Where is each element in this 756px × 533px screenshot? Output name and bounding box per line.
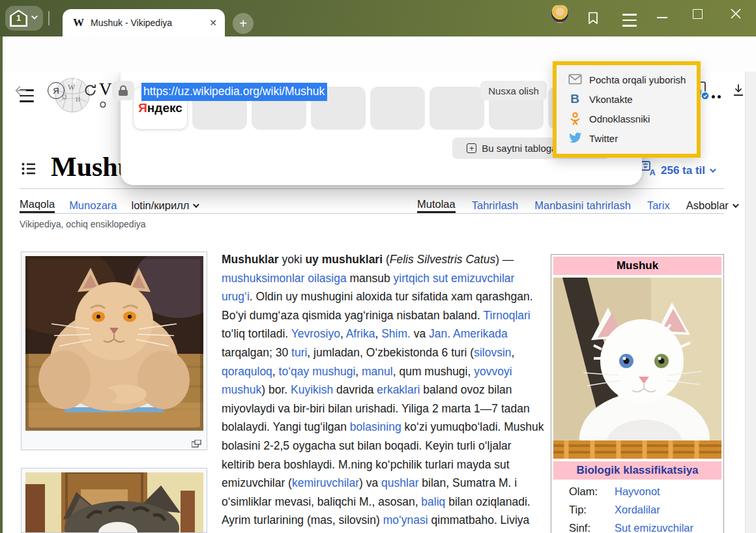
yandex-search-icon[interactable]: Я — [48, 82, 65, 99]
article-link[interactable]: Yevrosiyo — [291, 327, 340, 340]
infobox-row-value[interactable]: Xordalilar — [615, 504, 660, 516]
white-kitten-photo[interactable] — [553, 278, 721, 459]
tab-close-icon[interactable]: ✕ — [209, 18, 217, 28]
window-close-button[interactable] — [730, 8, 742, 22]
refresh-icon[interactable] — [83, 83, 98, 100]
article-text-segment: , qum mushugi, — [393, 365, 474, 378]
article-link[interactable]: bolasining — [350, 420, 401, 433]
tab-label: Maqola — [20, 198, 55, 210]
infobox-section-title: Biologik klassifikatsiya — [553, 461, 721, 480]
share-menu-item-vkontakte[interactable]: BVkontakte — [557, 89, 697, 109]
yandex-logo-ya: Я — [138, 101, 147, 115]
tab-tarix[interactable]: Tarix — [647, 197, 670, 213]
table-of-contents-icon[interactable] — [21, 161, 36, 179]
article-link[interactable]: Kuyikish — [291, 383, 333, 396]
infobox-row: Tip:Xordalilar — [553, 498, 721, 516]
browser-tab[interactable]: W Mushuk - Vikipediya ✕ — [63, 9, 225, 36]
copy-url-button[interactable]: Nusxa olish — [480, 81, 547, 100]
article-thumbnail-tabby[interactable] — [21, 468, 207, 533]
share-menu-item-pochta-orqali-yuborish[interactable]: Pochta orqali yuborish — [557, 70, 697, 89]
tab-mutolaa[interactable]: Mutolaa — [417, 197, 456, 213]
tab-title: Mushuk - Vikipediya — [91, 18, 203, 28]
back-icon[interactable] — [13, 83, 29, 101]
browser-menu-icon[interactable] — [622, 14, 637, 27]
wikipedia-wordmark: V — [99, 79, 112, 100]
new-tab-button[interactable]: + — [233, 13, 254, 34]
tab-asboblar[interactable]: Asboblar — [686, 197, 737, 213]
article-link[interactable]: qushlar — [381, 476, 418, 489]
language-selector-button[interactable]: A 256 ta til — [641, 161, 714, 180]
article-text-segment: , — [355, 365, 362, 378]
infobox-title: Mushuk — [553, 257, 721, 275]
infobox-rows: Olam:HayvonotTip:XordalilarSinf:Sut emiz… — [553, 480, 721, 533]
article-link[interactable]: manul — [362, 365, 393, 378]
article-thumbnail-cat[interactable] — [21, 252, 207, 450]
article-text-segment: ) bor. — [261, 383, 291, 396]
article-link[interactable]: turi — [291, 346, 307, 359]
language-icon: A — [641, 161, 656, 180]
article-link[interactable]: baliq — [421, 495, 445, 508]
article-link[interactable]: toʻqay mushugi — [279, 365, 356, 378]
article-text-segment: , — [340, 327, 346, 340]
tab-maqola[interactable]: Maqola — [20, 197, 55, 213]
share-menu-item-odnoklassniki[interactable]: Odnoklassniki — [557, 109, 697, 128]
divider — [20, 188, 724, 189]
article-link[interactable]: Afrika — [346, 327, 375, 340]
article-text-segment: , — [512, 346, 515, 359]
site-subtitle: Vikipediya, ochiq ensiklopediya — [20, 219, 146, 229]
article-link[interactable]: qoraquloq — [222, 365, 272, 378]
share-menu-item-label: Pochta orqali yuborish — [589, 74, 686, 85]
titlebar: 1 W Mushuk - Vikipediya ✕ + — [0, 0, 756, 36]
tab-munozara[interactable]: Munozara — [69, 197, 117, 213]
chevron-down-icon — [733, 201, 739, 208]
yandex-logo-rest: ндекс — [147, 101, 182, 115]
empty-tile[interactable] — [370, 87, 425, 130]
site-security-lock-icon[interactable] — [112, 81, 134, 100]
article-text-segment: Mushuklar — [222, 253, 279, 266]
language-icon-letter: A — [650, 167, 656, 177]
share-menu-item-label: Vkontakte — [589, 94, 633, 105]
article-link[interactable]: moʻynasi — [383, 513, 428, 526]
tab-counter-badge: 1 — [10, 10, 27, 27]
ok-icon — [568, 111, 582, 126]
tab-lotin-кирилл[interactable]: lotin/кирилл — [132, 197, 198, 213]
window-maximize-button[interactable] — [693, 9, 703, 19]
bookmarks-icon[interactable] — [586, 10, 600, 29]
infobox-row-value[interactable]: Hayvonot — [615, 485, 660, 498]
enlarge-icon[interactable] — [192, 439, 201, 446]
article-link[interactable]: kemiruvchilar — [292, 476, 359, 489]
empty-tile[interactable] — [429, 87, 484, 130]
vk-icon: B — [568, 92, 582, 106]
tab-tahrirlash[interactable]: Tahrirlash — [472, 197, 519, 213]
infobox-row-label: Olam: — [569, 485, 615, 498]
article-text-segment: ) — — [495, 253, 514, 266]
window-minimize-button[interactable] — [657, 17, 667, 18]
tab-manbasini-tahrirlash[interactable]: Manbasini tahrirlash — [534, 197, 631, 213]
article-text-segment: tarqalgan; 30 — [222, 346, 291, 359]
tab-counter-value: 1 — [12, 12, 26, 25]
tab-label: Tahrirlash — [472, 199, 519, 212]
article-link[interactable]: erkaklari — [377, 383, 420, 396]
address-bar-input[interactable]: https://uz.wikipedia.org/wiki/Mushuk — [141, 83, 327, 101]
article-text-segment: mansub — [347, 272, 394, 285]
page-scrollbar[interactable] — [745, 72, 756, 533]
article-link[interactable]: silovsin — [474, 346, 511, 359]
share-menu-item-twitter[interactable]: Twitter — [557, 128, 697, 148]
cream-cat-photo — [25, 256, 203, 431]
window-frame-edge — [0, 36, 3, 533]
article-text-segment: yoki — [279, 253, 306, 266]
infobox-row: Olam:Hayvonot — [553, 480, 721, 498]
wikipedia-favicon: W — [73, 16, 84, 29]
article-link[interactable]: Shim. — [381, 327, 411, 340]
profile-avatar[interactable] — [551, 5, 569, 23]
infobox-row-value[interactable]: Sut emizuvchilar — [615, 522, 693, 533]
article-text-segment: , — [272, 365, 279, 378]
article-link[interactable]: mushuksimonlar oilasiga — [222, 272, 347, 285]
article-link[interactable]: Tirnoqlari — [483, 309, 530, 322]
tab-group-button[interactable]: 1 — [5, 6, 43, 31]
article-text-segment: toʻliq tortiladi. — [222, 327, 291, 340]
twitter-icon — [568, 132, 582, 144]
downloads-icon[interactable] — [731, 82, 746, 100]
divider — [20, 213, 724, 214]
article-link[interactable]: Jan. Amerikada — [429, 327, 508, 340]
